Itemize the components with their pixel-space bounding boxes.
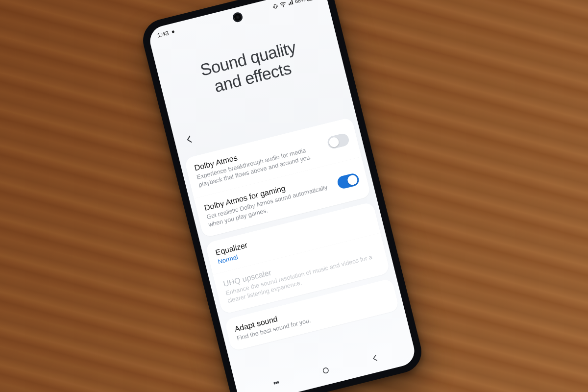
home-icon [320,365,331,376]
phone-wrapper: 1:43 68% So [139,0,426,392]
vibrate-icon [272,3,279,10]
nav-back-button[interactable] [363,346,387,370]
signal-icon [287,0,294,6]
chevron-left-icon [183,133,196,146]
settings-list: Dolby Atmos Experience breakthrough audi… [179,113,405,355]
svg-rect-4 [275,382,277,384]
wooden-surface: 1:43 68% So [0,0,588,392]
recents-icon [271,377,282,388]
svg-point-0 [172,30,175,33]
notification-icon [170,28,177,36]
nav-recents-button[interactable] [265,371,288,392]
page-title: Sound quality and effects [167,30,334,106]
nav-home-button[interactable] [314,359,338,382]
svg-point-6 [322,368,329,374]
wifi-icon [279,1,287,8]
svg-point-2 [283,6,284,7]
back-button[interactable] [179,129,200,150]
dolby-atmos-gaming-toggle[interactable] [336,172,360,190]
battery-pct: 68% [294,0,306,4]
svg-rect-3 [273,382,275,385]
dolby-atmos-toggle[interactable] [326,133,350,150]
back-nav-icon [370,353,381,364]
phone-screen: 1:43 68% So [147,0,418,392]
svg-rect-1 [274,4,277,9]
phone-case: 1:43 68% So [139,0,426,392]
svg-rect-5 [277,381,279,384]
status-time: 1:43 [157,29,170,39]
